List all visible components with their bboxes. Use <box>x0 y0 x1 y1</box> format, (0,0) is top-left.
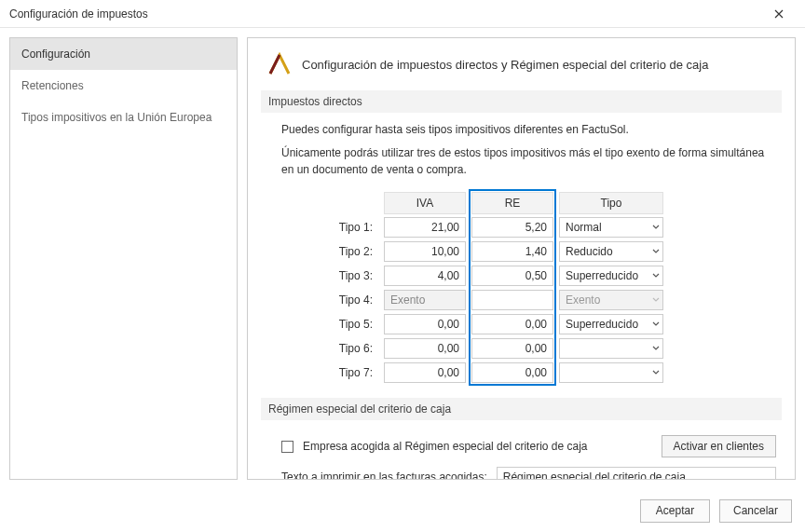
tipo-select <box>559 290 663 310</box>
table-row: Tipo 1: <box>326 215 782 239</box>
regimen-checkbox[interactable] <box>281 441 293 453</box>
row-label: Tipo 5: <box>326 318 384 331</box>
row-label: Tipo 2: <box>326 245 384 258</box>
main-header: Configuración de impuestos directos y Ré… <box>261 51 782 77</box>
info-text-2: Únicamente podrás utilizar tres de estos… <box>261 145 782 185</box>
iva-input[interactable] <box>384 266 466 286</box>
table-header-tipo: Tipo <box>559 192 663 214</box>
row-label: Tipo 4: <box>326 293 384 307</box>
main-panel: Configuración de impuestos directos y Ré… <box>247 37 796 480</box>
close-button[interactable] <box>760 1 798 27</box>
texto-imprimir-label: Texto a imprimir en las facturas acogida… <box>281 471 487 480</box>
sidebar-item-configuracion[interactable]: Configuración <box>10 38 237 70</box>
re-input[interactable] <box>471 362 553 383</box>
close-icon <box>774 9 784 19</box>
sidebar: Configuración Retenciones Tipos impositi… <box>9 37 238 480</box>
re-input[interactable] <box>471 217 553 238</box>
info-text-1: Puedes configurar hasta seis tipos impos… <box>261 122 782 145</box>
table-header-iva: IVA <box>384 192 466 214</box>
iva-input <box>384 290 466 310</box>
tipo-select[interactable] <box>559 314 663 334</box>
table-header-re: RE <box>471 192 553 214</box>
iva-input[interactable] <box>384 338 466 359</box>
table-row: Tipo 7: <box>326 361 782 385</box>
content-area: Configuración Retenciones Tipos impositi… <box>0 28 805 489</box>
tipo-select[interactable] <box>559 217 663 238</box>
table-row: Tipo 5: <box>326 312 782 336</box>
table-row: Tipo 4: <box>326 288 782 312</box>
re-input <box>471 290 553 310</box>
tipo-select[interactable] <box>559 362 663 383</box>
tipo-select[interactable] <box>559 338 663 359</box>
table-row: Tipo 6: <box>326 336 782 361</box>
re-input[interactable] <box>471 266 553 286</box>
tipo-select[interactable] <box>559 266 663 286</box>
row-label: Tipo 1: <box>326 221 384 234</box>
tax-table: IVA RE Tipo Tipo 1:Tipo 2:Tipo 3:Tipo 4:… <box>261 191 782 385</box>
cancel-button[interactable]: Cancelar <box>719 499 792 523</box>
regimen-checkbox-label: Empresa acogida al Régimen especial del … <box>303 440 588 453</box>
agency-logo-icon <box>266 51 293 77</box>
texto-imprimir-input[interactable] <box>497 467 776 480</box>
footer: Aceptar Cancelar <box>0 489 805 532</box>
section-regimen-header: Régimen especial del criterio de caja <box>261 398 782 420</box>
window-title: Configuración de impuestos <box>9 7 760 20</box>
main-heading: Configuración de impuestos directos y Ré… <box>302 58 708 72</box>
row-label: Tipo 6: <box>326 342 384 355</box>
accept-button[interactable]: Aceptar <box>640 499 710 523</box>
iva-input[interactable] <box>384 217 466 238</box>
sidebar-item-tipos-ue[interactable]: Tipos impositivos en la Unión Europea <box>10 102 237 133</box>
re-input[interactable] <box>471 241 553 262</box>
texto-imprimir-row: Texto a imprimir en las facturas acogida… <box>261 463 782 480</box>
table-row: Tipo 3: <box>326 264 782 288</box>
re-input[interactable] <box>471 314 553 334</box>
iva-input[interactable] <box>384 241 466 262</box>
iva-input[interactable] <box>384 362 466 383</box>
row-label: Tipo 7: <box>326 366 384 379</box>
activar-clientes-button[interactable]: Activar en clientes <box>662 435 776 457</box>
titlebar: Configuración de impuestos <box>0 0 805 28</box>
regimen-checkbox-row: Empresa acogida al Régimen especial del … <box>261 430 782 463</box>
tipo-select[interactable] <box>559 241 663 262</box>
table-row: Tipo 2: <box>326 239 782 264</box>
section-impuestos-header: Impuestos directos <box>261 90 782 113</box>
iva-input[interactable] <box>384 314 466 334</box>
row-label: Tipo 3: <box>326 269 384 282</box>
sidebar-item-retenciones[interactable]: Retenciones <box>10 70 237 102</box>
re-input[interactable] <box>471 338 553 359</box>
